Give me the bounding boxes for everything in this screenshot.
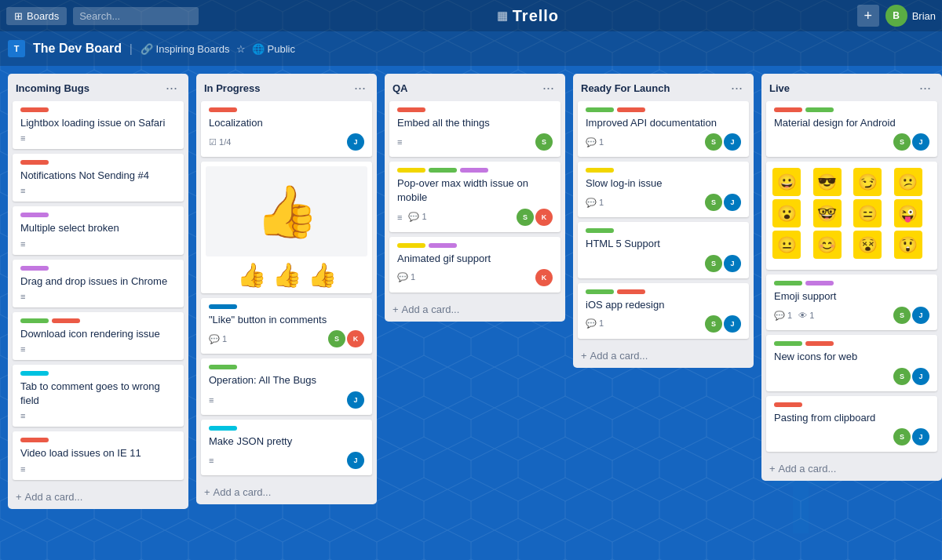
- card-tab[interactable]: Tab to comment goes to wrong field ≡: [13, 365, 184, 427]
- card-clipboard[interactable]: Pasting from clipboard S J: [766, 396, 937, 452]
- label-red: [617, 107, 645, 112]
- column-menu-button[interactable]: ···: [916, 80, 934, 96]
- thumb-red: 👍: [308, 261, 337, 289]
- thumb-blue: 👍: [237, 261, 266, 289]
- comment-count: 💬 1: [586, 198, 604, 208]
- label-green: [805, 107, 834, 112]
- card-avatars: S: [535, 133, 553, 151]
- label-cyan: [209, 426, 237, 431]
- add-card-button-live[interactable]: + Add a card...: [761, 456, 942, 481]
- label-red: [805, 341, 834, 346]
- avatar: J: [724, 194, 741, 211]
- card-json[interactable]: Make JSON pretty ≡ J: [201, 420, 372, 475]
- add-button[interactable]: +: [857, 5, 879, 27]
- card-title: Make JSON pretty: [209, 435, 364, 449]
- avatar: J: [724, 255, 741, 272]
- column-menu-button[interactable]: ···: [351, 80, 369, 96]
- board-icon-letter: T: [14, 44, 20, 53]
- card-title: Notifications Not Sending #4: [20, 169, 176, 183]
- card-title: "Like" button in comments: [209, 313, 364, 327]
- card-meta: ☑ 1/4 J: [209, 133, 364, 151]
- card-thumbs-image[interactable]: 👍 👍 👍 👍: [201, 162, 372, 293]
- board-title[interactable]: The Dev Board: [33, 42, 122, 56]
- card-meta: ≡: [20, 292, 176, 301]
- topbar: ⊞ Boards ▦ Trello + B Brian: [0, 0, 942, 31]
- separator: |: [130, 42, 133, 55]
- watch-count: 👁 1: [798, 311, 814, 320]
- card-new-icons[interactable]: New icons for web S J: [766, 335, 937, 391]
- user-menu[interactable]: B Brian: [885, 5, 936, 27]
- card-video[interactable]: Video load issues on IE 11 ≡: [13, 431, 184, 479]
- label-red: [20, 160, 49, 165]
- card-labels: [397, 168, 553, 173]
- card-emoji-grid[interactable]: 😀 😎 😏 😕 😮 🤓 😑 😜 😐 😊 😵 😲: [766, 162, 937, 270]
- card-material-design[interactable]: Material design for Android S J: [766, 101, 937, 157]
- inspire-link[interactable]: 🔗 Inspiring Boards: [141, 43, 230, 55]
- card-embed[interactable]: Embed all the things ≡ S: [389, 101, 560, 157]
- column-menu-button[interactable]: ···: [539, 80, 557, 96]
- column-header-incoming: Incoming Bugs ···: [8, 74, 188, 101]
- column-qa: QA ··· Embed all the things ≡ S: [385, 74, 565, 322]
- card-all-bugs[interactable]: Operation: All The Bugs ≡ J: [201, 358, 372, 414]
- card-avatars: S J: [893, 307, 929, 324]
- add-card-button-incoming[interactable]: + Add a card...: [8, 485, 188, 509]
- label-blue: [209, 304, 237, 309]
- card-meta: 💬 1 S J: [586, 133, 741, 151]
- card-dragdrop[interactable]: Drag and drop issues in Chrome ≡: [13, 260, 184, 307]
- card-meta: ≡ S: [397, 133, 553, 151]
- card-labels: [209, 365, 364, 369]
- card-html5[interactable]: HTML 5 Support S J: [578, 222, 749, 278]
- card-download[interactable]: Download icon rendering issue ≡: [13, 312, 184, 360]
- card-slow-login[interactable]: Slow log-in issue 💬 1 S J: [578, 162, 749, 217]
- card-meta: S J: [774, 368, 929, 385]
- card-title: Slow log-in issue: [586, 176, 741, 191]
- label-red: [774, 107, 802, 112]
- card-notifications[interactable]: Notifications Not Sending #4 ≡: [13, 154, 184, 202]
- card-localization[interactable]: Localization ☑ 1/4 J: [201, 101, 372, 157]
- card-title: New icons for web: [774, 350, 929, 364]
- add-card-button-inprogress[interactable]: + Add a card...: [196, 480, 377, 504]
- card-like-button[interactable]: "Like" button in comments 💬 1 S K: [201, 298, 372, 354]
- card-labels: [397, 107, 553, 112]
- add-card-button-ready[interactable]: + Add a card...: [573, 344, 754, 368]
- plus-icon: +: [16, 491, 22, 503]
- card-popover[interactable]: Pop-over max width issue on mobile ≡ 💬 1…: [389, 162, 560, 231]
- board-header: T The Dev Board | 🔗 Inspiring Boards ☆ 🌐…: [0, 31, 942, 66]
- boards-button[interactable]: ⊞ Boards: [6, 7, 67, 25]
- label-red: [774, 402, 802, 407]
- globe-icon: 🌐: [252, 43, 265, 55]
- board-meta: 🔗 Inspiring Boards ☆ 🌐 Public: [141, 43, 295, 55]
- card-lightbox[interactable]: Lightbox loading issue on Safari ≡: [13, 101, 184, 149]
- visibility-item[interactable]: 🌐 Public: [252, 43, 295, 55]
- column-menu-button[interactable]: ···: [162, 80, 181, 96]
- card-api-docs[interactable]: Improved API documentation 💬 1 S J: [578, 101, 749, 157]
- column-menu-button[interactable]: ···: [728, 80, 746, 96]
- card-emoji-support[interactable]: Emoji support 💬 1 👁 1 S J: [766, 275, 937, 330]
- card-labels: [20, 213, 176, 217]
- column-title-incoming: Incoming Bugs: [16, 82, 89, 94]
- avatar: S: [517, 209, 534, 226]
- add-card-button-qa[interactable]: + Add a card...: [385, 297, 565, 322]
- avatar: J: [724, 133, 741, 151]
- star-icon[interactable]: ☆: [236, 43, 246, 55]
- user-name: Brian: [912, 10, 936, 22]
- card-avatars: S J: [893, 368, 929, 385]
- card-meta: S J: [774, 133, 929, 151]
- card-gif[interactable]: Animated gif support 💬 1 K: [389, 237, 560, 293]
- card-avatars: S J: [705, 255, 741, 272]
- avatar: S: [893, 307, 911, 324]
- topbar-right: + B Brian: [857, 5, 936, 27]
- card-labels: [20, 318, 176, 323]
- card-labels: [209, 426, 364, 431]
- card-title: Material design for Android: [774, 116, 929, 130]
- card-avatars: J: [347, 391, 364, 409]
- card-ios-redesign[interactable]: iOS app redesign 💬 1 S J: [578, 283, 749, 339]
- avatar: S: [328, 330, 345, 347]
- card-title: Video load issues on IE 11: [20, 446, 176, 460]
- column-title-inprogress: In Progress: [204, 82, 261, 94]
- desc-icon: ≡: [20, 464, 25, 474]
- card-title: Download icon rendering issue: [20, 327, 176, 341]
- card-meta: S J: [774, 428, 929, 445]
- card-multiselect[interactable]: Multiple select broken ≡: [13, 206, 184, 254]
- search-input[interactable]: [73, 7, 199, 25]
